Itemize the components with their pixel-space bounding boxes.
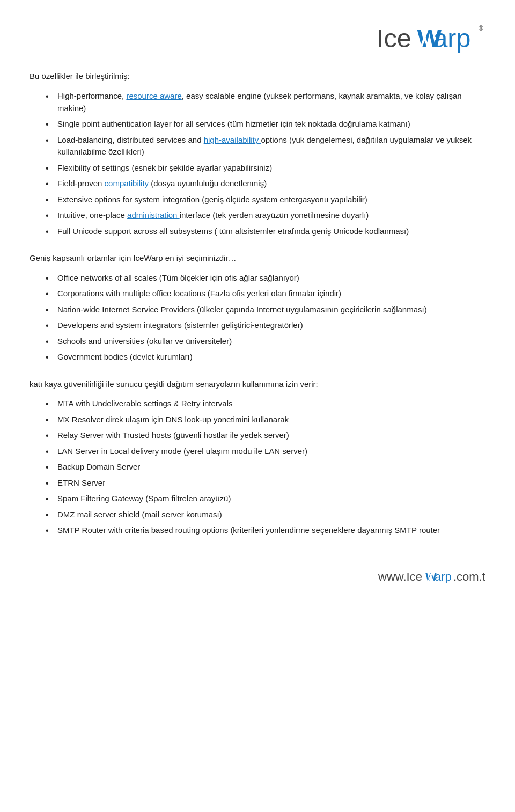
list-item: High-performance, resource aware, easy s… <box>46 90 485 114</box>
list-item-text: Backup Domain Server <box>57 462 140 471</box>
list-item: Intuitive, one-place administration inte… <box>46 209 485 222</box>
list-item: SMTP Router with criteria based routing … <box>46 524 485 537</box>
list-item: DMZ mail server shield (mail server koru… <box>46 509 485 521</box>
mta-features-list: MTA with Undeliverable settings & Retry … <box>46 398 485 537</box>
list-item-text: LAN Server in Local delivery mode (yerel… <box>57 447 307 456</box>
list-item: Single point authentication layer for al… <box>46 118 485 130</box>
svg-text:www.Ice: www.Ice <box>378 570 422 583</box>
list-item: Spam Filtering Gateway (Spam filtrelen a… <box>46 493 485 505</box>
list-item-text: MTA with Undeliverable settings & Retry … <box>57 399 233 408</box>
features-list: High-performance, resource aware, easy s… <box>46 90 485 237</box>
svg-text:.com.tr: .com.tr <box>453 570 485 583</box>
list-item: Load-balancing, distributed services and… <box>46 134 485 158</box>
list-item: Full Unicode support across all subsyste… <box>46 225 485 238</box>
list-item-text: MX Resolver direk ulaşım için DNS look-u… <box>57 415 289 424</box>
resource-aware-link[interactable]: resource aware <box>126 91 181 100</box>
list-item-text: ETRN Server <box>57 478 105 487</box>
list-item-text: Relay Server with Trusted hosts (güvenli… <box>57 430 289 440</box>
compatibility-link[interactable]: compatibility <box>105 179 149 188</box>
list-item-text: Office networks of all scales (Tüm ölçek… <box>57 273 299 282</box>
list-item: Schools and universities (okullar ve üni… <box>46 335 485 348</box>
list-item: Field-proven compatibility (dosya uyumlu… <box>46 178 485 190</box>
list-item-text: Corporations with multiple office locati… <box>57 289 341 298</box>
footer-logo: www.Ice W arp .com.tr <box>30 558 485 589</box>
section-2-heading: Geniş kapsamlı ortamlar için IceWarp en … <box>30 252 485 265</box>
list-item: MX Resolver direk ulaşım için DNS look-u… <box>46 414 485 426</box>
list-item: Nation-wide Internet Service Providers (… <box>46 304 485 316</box>
list-item: Flexibility of settings (esnek bir şekil… <box>46 162 485 174</box>
svg-text:®: ® <box>478 25 483 32</box>
svg-text:arp: arp <box>433 24 470 53</box>
list-item-text: Full Unicode support across all subsyste… <box>57 226 409 236</box>
list-item: MTA with Undeliverable settings & Retry … <box>46 398 485 410</box>
list-item-text: Spam Filtering Gateway (Spam filtrelen a… <box>57 494 231 503</box>
list-item: Backup Domain Server <box>46 461 485 473</box>
list-item-text: SMTP Router with criteria based routing … <box>57 525 440 535</box>
list-item-text: Nation-wide Internet Service Providers (… <box>57 305 427 314</box>
svg-text:arp: arp <box>435 570 452 583</box>
list-item: Government bodies (devlet kurumları) <box>46 351 485 363</box>
list-item: ETRN Server <box>46 477 485 489</box>
high-availability-link[interactable]: high-availability <box>204 135 261 144</box>
list-item-text: Extensive options for system integration… <box>57 195 367 204</box>
list-item-text: Load-balancing, distributed services and… <box>57 135 472 157</box>
list-item-text: Flexibility of settings (esnek bir şekil… <box>57 163 272 172</box>
environments-list: Office networks of all scales (Tüm ölçek… <box>46 272 485 363</box>
list-item-text: Intuitive, one-place administration inte… <box>57 210 369 220</box>
list-item-text: Developers and system integrators (siste… <box>57 320 303 330</box>
list-item: Corporations with multiple office locati… <box>46 288 485 300</box>
header-logo-area: Ice W arp ® <box>30 21 485 55</box>
list-item-text: DMZ mail server shield (mail server koru… <box>57 510 222 519</box>
list-item: LAN Server in Local delivery mode (yerel… <box>46 445 485 458</box>
list-item-text: High-performance, resource aware, easy s… <box>57 91 462 113</box>
list-item-text: Single point authentication layer for al… <box>57 119 410 128</box>
list-item: Relay Server with Trusted hosts (güvenli… <box>46 429 485 442</box>
list-item: Office networks of all scales (Tüm ölçek… <box>46 272 485 284</box>
list-item-text: Field-proven compatibility (dosya uyumlu… <box>57 179 267 188</box>
administration-link[interactable]: administration <box>127 210 180 220</box>
list-item-text: Schools and universities (okullar ve üni… <box>57 336 232 346</box>
svg-text:Ice: Ice <box>377 24 411 53</box>
list-item: Developers and system integrators (siste… <box>46 319 485 332</box>
footer-url: www.Ice W arp .com.tr <box>378 564 485 589</box>
intro-heading: Bu özellikler ile birleştirilmiş: <box>30 71 485 81</box>
list-item-text: Government bodies (devlet kurumları) <box>57 352 193 361</box>
icewarp-logo: Ice W arp ® <box>377 21 485 55</box>
list-item: Extensive options for system integration… <box>46 194 485 206</box>
section-3-heading: katı kaya güvenilirliği ile sunucu çeşit… <box>30 378 485 391</box>
